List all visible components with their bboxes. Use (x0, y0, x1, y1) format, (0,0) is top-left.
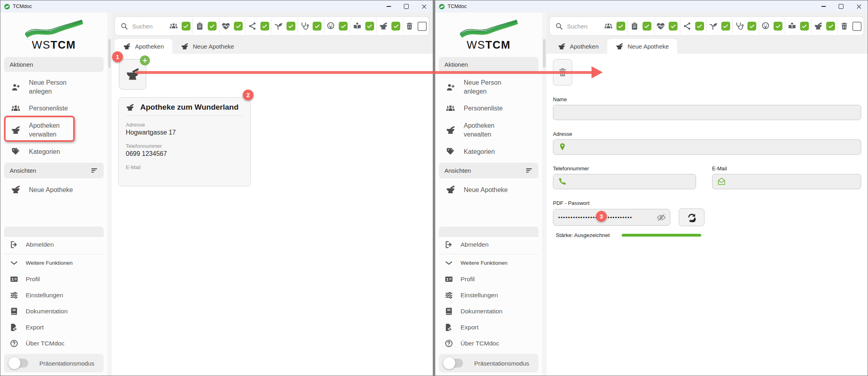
sidebar-item-weitere-funktionen[interactable]: Weitere Funktionen (439, 255, 538, 271)
mortar-pestle-icon (445, 185, 456, 194)
name-input[interactable] (553, 105, 861, 120)
sidebar-item-weitere-funktionen[interactable]: Weitere Funktionen (4, 255, 104, 271)
sidebar-item-export[interactable]: Export (439, 319, 538, 335)
search-input[interactable] (131, 22, 162, 30)
filter-checkbox-heart-pulse[interactable] (669, 22, 678, 31)
close-button[interactable] (850, 0, 868, 12)
sidebar-item-personenliste[interactable]: Personenliste (439, 100, 538, 117)
filter-checkbox-trash[interactable] (418, 22, 427, 31)
filter-checkbox-share-nodes[interactable] (695, 22, 704, 31)
sidebar-scrollbar[interactable] (542, 12, 547, 376)
adresse-input[interactable] (553, 139, 861, 155)
filter-checkbox-clipboard[interactable] (643, 22, 651, 31)
sidebar-item-neue-apotheke[interactable]: Neue Apotheke (439, 181, 538, 198)
presentation-mode-row: Präsentationsmodus (439, 354, 538, 372)
filter-checkbox-stethoscope[interactable] (747, 22, 756, 31)
close-button[interactable] (415, 0, 433, 12)
logo-text: WS (467, 39, 485, 51)
sidebar-item-uber-tcmdoc[interactable]: Über TCMdoc (439, 335, 538, 351)
filter-group-stethoscope (733, 17, 758, 35)
tab-neue-apotheke[interactable]: Neue Apotheke (607, 39, 678, 54)
sidebar-item-einstellungen[interactable]: Einstellungen (4, 287, 104, 303)
filter-checkbox-people-group[interactable] (616, 22, 625, 31)
sort-lines-icon[interactable] (525, 167, 533, 174)
sidebar-item-dokumentation[interactable]: Dokumentation (4, 303, 104, 319)
search-box[interactable] (115, 17, 167, 35)
filter-checkbox-mortar-pestle[interactable] (391, 22, 400, 31)
sidebar-item-label: Kategorien (29, 147, 84, 156)
sort-lines-icon[interactable] (90, 167, 98, 174)
titlebar: TCMdoc (0, 0, 433, 12)
sidebar-item-apotheken-verwalten[interactable]: Apotheken verwalten (439, 117, 538, 143)
search-input[interactable] (566, 22, 597, 30)
filter-checkbox-trash[interactable] (852, 22, 862, 31)
sidebar-item-einstellungen[interactable]: Einstellungen (439, 287, 538, 303)
people-group-icon (604, 22, 613, 31)
sidebar-item-label: Personenliste (29, 104, 84, 113)
presentation-mode-toggle[interactable] (444, 359, 463, 368)
add-apotheke-button[interactable] (119, 59, 146, 90)
sidebar-item-neue-person-anlegen[interactable]: Neue Person anlegen (439, 74, 538, 100)
filter-checkbox-clipboard[interactable] (208, 22, 217, 31)
filter-checkbox-book-reader[interactable] (800, 22, 809, 31)
filter-checkbox-face-tongue[interactable] (774, 22, 782, 31)
filter-checkbox-stethoscope[interactable] (313, 22, 321, 31)
sidebar-item-abmelden[interactable]: Abmelden (439, 237, 538, 254)
toolbar (549, 16, 864, 36)
sidebar-item-profil[interactable]: Profil (439, 271, 538, 287)
stethoscope-icon (300, 22, 309, 31)
face-tongue-icon (326, 22, 335, 31)
tab-apotheken[interactable]: Apotheken (549, 39, 607, 54)
tab-apotheken[interactable]: Apotheken (115, 39, 172, 54)
sidebar-item-label: Dokumentation (26, 307, 68, 316)
sidebar-item-export[interactable]: Export (4, 319, 104, 335)
tab-neue-apotheke[interactable]: Neue Apotheke (172, 39, 243, 54)
sidebar-item-personenliste[interactable]: Personenliste (4, 100, 104, 117)
sidebar-item-uber-tcmdoc[interactable]: Über TCMdoc (4, 335, 104, 351)
sidebar-item-kategorien[interactable]: Kategorien (439, 143, 538, 160)
email-input[interactable] (712, 174, 861, 189)
regenerate-password-button[interactable] (679, 208, 704, 226)
filter-checkbox-book-reader[interactable] (365, 22, 374, 31)
search-box[interactable] (550, 17, 602, 35)
sidebar-item-dokumentation[interactable]: Dokumentation (439, 303, 538, 319)
mortar-pestle-icon (181, 43, 188, 50)
filter-group-trash (838, 17, 864, 35)
minimize-button[interactable] (815, 0, 832, 12)
sidebar: WSTCM Aktionen Neue Person anlegenPerson… (435, 12, 542, 376)
sidebar-item-neue-apotheke[interactable]: Neue Apotheke (4, 181, 104, 198)
filter-group-book-reader (350, 17, 376, 35)
filter-checkbox-people-group[interactable] (182, 22, 190, 31)
mortar-pestle-icon (558, 43, 565, 50)
filter-checkbox-heart-pulse[interactable] (234, 22, 243, 31)
sidebar-item-profil[interactable]: Profil (4, 271, 104, 287)
sidebar-item-label: Profil (26, 275, 40, 284)
filter-checkbox-share-nodes[interactable] (260, 22, 269, 31)
sliders-icon (9, 291, 19, 300)
filter-group-seedling (272, 17, 297, 35)
filter-checkbox-mortar-pestle[interactable] (826, 22, 835, 31)
minimize-button[interactable] (380, 0, 397, 12)
sidebar-item-label: Neue Apotheke (29, 186, 84, 194)
filter-group-heart-pulse (654, 17, 680, 35)
card-telefon-value: 0699 1234567 (126, 150, 243, 158)
sidebar-item-neue-person-anlegen[interactable]: Neue Person anlegen (4, 74, 104, 100)
toolbar (115, 16, 429, 36)
sidebar-footer: AbmeldenWeitere FunktionenProfilEinstell… (4, 236, 104, 376)
pdf-password-input[interactable]: •••••••••••••••••••••••••••••• (553, 209, 670, 226)
telefon-input[interactable] (553, 174, 696, 189)
maximize-button[interactable] (832, 0, 850, 12)
sidebar-item-kategorien[interactable]: Kategorien (4, 143, 104, 160)
window-title: TCMdoc (448, 4, 467, 9)
apotheke-card[interactable]: Apotheke zum Wunderland AdresseHogwartga… (118, 97, 251, 186)
filter-checkbox-face-tongue[interactable] (339, 22, 348, 31)
presentation-mode-label: Präsentationsmodus (39, 360, 94, 367)
filter-checkbox-seedling[interactable] (721, 22, 730, 31)
sidebar-scrollbar[interactable] (107, 12, 112, 376)
maximize-button[interactable] (397, 0, 415, 12)
filter-checkbox-seedling[interactable] (287, 22, 295, 31)
eye-slash-icon[interactable] (657, 213, 666, 222)
presentation-mode-toggle[interactable] (10, 359, 28, 368)
sidebar-item-abmelden[interactable]: Abmelden (4, 237, 104, 254)
filter-group-clipboard (628, 17, 653, 35)
